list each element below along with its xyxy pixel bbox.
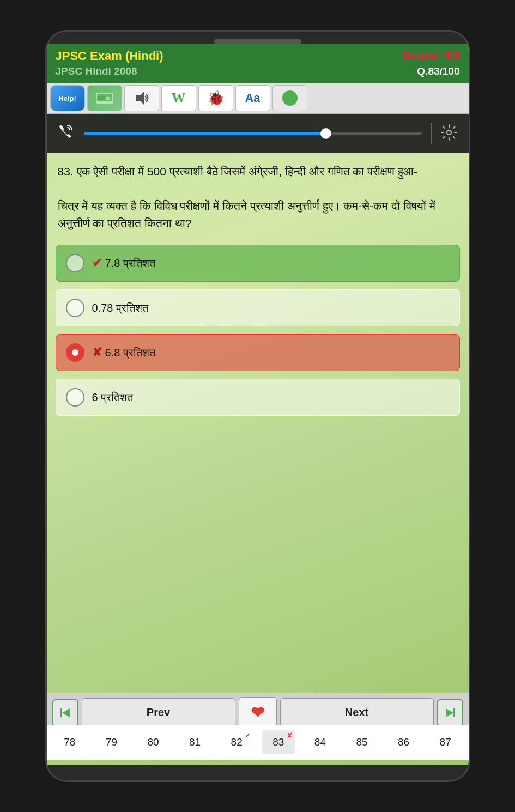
- audio-overlay: [47, 114, 469, 153]
- favorite-button[interactable]: ❤: [239, 697, 277, 728]
- option-d-label: 6 प्रतिशत: [92, 391, 134, 404]
- first-button[interactable]: [52, 699, 78, 726]
- score-badge: Score: 4/5: [402, 49, 459, 63]
- help-button[interactable]: Help!: [50, 85, 85, 111]
- option-c[interactable]: ✘ 6.8 प्रतिशत: [56, 334, 460, 371]
- svg-marker-4: [136, 92, 144, 105]
- page-81[interactable]: 81: [179, 730, 211, 754]
- page-84[interactable]: 84: [304, 730, 336, 754]
- options-container: ✔ 7.8 प्रतिशत 0.78 प्रतिशत ✘ 6.8: [47, 245, 469, 416]
- page-80[interactable]: 80: [137, 730, 169, 754]
- option-b-label: 0.78 प्रतिशत: [92, 302, 148, 314]
- page-83[interactable]: 83 ✘: [262, 730, 295, 754]
- next-button[interactable]: Next: [280, 698, 434, 727]
- check-82: ✔: [245, 731, 251, 740]
- settings-icon[interactable]: [440, 124, 458, 143]
- last-button[interactable]: [437, 699, 463, 726]
- option-b[interactable]: 0.78 प्रतिशत: [56, 289, 460, 326]
- radio-a: [66, 254, 84, 272]
- header: JPSC Exam (Hindi) Score: 4/5 JPSC Hindi …: [47, 44, 469, 83]
- phone-frame: JPSC Exam (Hindi) Score: 4/5 JPSC Hindi …: [45, 30, 470, 782]
- call-icon: [58, 123, 75, 144]
- status-button[interactable]: [272, 85, 307, 111]
- radio-inner-c: [72, 349, 78, 356]
- radio-c: [66, 343, 84, 362]
- question-number-header: Q.83/100: [417, 65, 459, 77]
- option-c-label: ✘ 6.8 प्रतिशत: [92, 346, 155, 360]
- svg-rect-3: [106, 97, 110, 100]
- svg-rect-8: [453, 708, 455, 717]
- font-size-button[interactable]: Aa: [235, 85, 270, 111]
- svg-rect-2: [98, 96, 105, 100]
- cross-mark-c: ✘: [92, 346, 102, 360]
- svg-marker-9: [446, 708, 453, 717]
- screen: JPSC Exam (Hindi) Score: 4/5 JPSC Hindi …: [47, 44, 469, 765]
- page-78[interactable]: 78: [53, 730, 86, 754]
- volume-thumb: [320, 128, 331, 139]
- page-87[interactable]: 87: [429, 730, 462, 754]
- volume-slider[interactable]: [84, 132, 422, 135]
- check-mark-a: ✔: [92, 256, 102, 270]
- bug-button[interactable]: 🐞: [198, 85, 233, 111]
- notch-bar: [214, 39, 301, 44]
- heart-icon: ❤: [251, 703, 264, 722]
- volume-fill: [84, 132, 327, 135]
- green-status-dot: [282, 90, 298, 106]
- audio-divider: [431, 123, 432, 144]
- sound-button[interactable]: [124, 85, 159, 111]
- font-button[interactable]: W: [161, 85, 196, 111]
- radio-b: [66, 299, 84, 317]
- page-82[interactable]: 82 ✔: [220, 730, 253, 754]
- page-86[interactable]: 86: [387, 730, 420, 754]
- question-area: 83. एक ऐसी परीक्षा में 500 प्रत्याशी बैठ…: [47, 153, 469, 245]
- svg-rect-6: [60, 708, 62, 717]
- radio-d: [66, 388, 84, 407]
- cross-83: ✘: [287, 731, 293, 740]
- svg-point-5: [447, 130, 451, 135]
- exam-subtitle: JPSC Hindi 2008: [56, 65, 137, 77]
- toolbar: Help! W 🐞: [47, 83, 469, 114]
- prev-button[interactable]: Prev: [82, 698, 235, 727]
- svg-marker-7: [62, 708, 70, 717]
- option-a[interactable]: ✔ 7.8 प्रतिशत: [56, 245, 460, 282]
- question-text: 83. एक ऐसी परीक्षा में 500 प्रत्याशी बैठ…: [58, 163, 458, 232]
- page-numbers-bar: 78 79 80 81 82 ✔ 83 ✘ 84 85 86 87: [47, 725, 469, 760]
- page-85[interactable]: 85: [346, 730, 378, 754]
- option-d[interactable]: 6 प्रतिशत: [56, 379, 460, 416]
- option-a-label: ✔ 7.8 प्रतिशत: [92, 256, 155, 270]
- app-title: JPSC Exam (Hindi): [56, 49, 163, 63]
- landscape-button[interactable]: [87, 85, 122, 111]
- page-79[interactable]: 79: [95, 730, 128, 754]
